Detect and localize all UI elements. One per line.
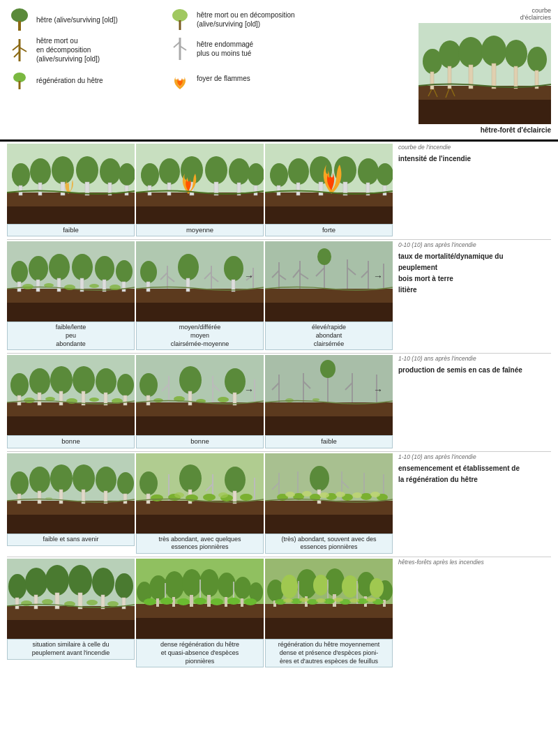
svg-rect-43 (61, 182, 65, 195)
row-post3: situation similaire à celle dupeuplement… (7, 559, 551, 667)
scene-post1-1 (7, 355, 135, 435)
caption-forte: forte (265, 224, 393, 236)
svg-point-151 (89, 398, 99, 402)
legend-item-regen: régénération du hêtre (7, 68, 146, 93)
svg-point-156 (140, 373, 158, 397)
svg-rect-112 (186, 278, 190, 292)
svg-point-140 (96, 368, 116, 395)
svg-point-254 (45, 565, 69, 596)
svg-point-222 (174, 492, 184, 498)
svg-rect-286 (207, 595, 211, 607)
legend-endommage-label: hêtre endommagéplus ou moins tué (197, 40, 253, 58)
time-label-post0: 0-10 (10) ans après l'incendie (398, 241, 543, 249)
svg-point-17 (439, 40, 461, 68)
svg-point-208 (225, 467, 246, 493)
svg-point-255 (68, 565, 92, 596)
scene-post1-3: → (265, 355, 393, 435)
legend-section: hêtre (alive/surviving [old]) hêtre mort… (0, 0, 558, 137)
svg-point-328 (366, 598, 376, 602)
svg-rect-259 (34, 595, 38, 609)
scene-post3-1 (7, 559, 135, 639)
svg-point-304 (281, 575, 298, 598)
time-label-post2: 1-10 (10) ans après l'incendie (398, 453, 543, 461)
legend-left: hêtre (alive/surviving [old]) hêtre mort… (7, 7, 146, 93)
svg-point-136 (10, 373, 29, 397)
svg-rect-76 (383, 186, 386, 195)
cell-post0-1: faible/lentepeuabondante (7, 241, 135, 350)
svg-point-246 (335, 492, 345, 497)
svg-point-54 (229, 158, 250, 185)
svg-point-190 (10, 471, 29, 495)
svg-text:→: → (244, 384, 254, 395)
svg-rect-26 (514, 66, 518, 89)
svg-rect-99 (136, 303, 264, 322)
svg-rect-91 (122, 282, 126, 292)
svg-point-40 (119, 163, 135, 186)
svg-point-38 (76, 156, 98, 184)
cell-forte: forte (265, 144, 393, 236)
svg-rect-262 (101, 595, 105, 609)
svg-point-21 (527, 47, 547, 72)
svg-rect-1 (18, 21, 21, 31)
time-label-post3: hêtres-forêts après les incendies (398, 559, 543, 566)
svg-rect-263 (122, 598, 126, 609)
svg-point-8 (172, 9, 188, 22)
caption-post1-3: faible (265, 435, 393, 448)
svg-rect-22 (430, 72, 434, 89)
svg-rect-49 (136, 206, 264, 224)
regen-icon (7, 68, 32, 93)
row-post0: faible/lentepeuabondante (7, 241, 551, 350)
svg-point-138 (50, 366, 73, 394)
caption-post1-1: bonne (7, 435, 135, 448)
svg-rect-9 (179, 20, 181, 30)
svg-point-299 (267, 580, 284, 602)
svg-point-257 (115, 573, 133, 598)
svg-rect-23 (448, 66, 451, 89)
svg-point-101 (178, 254, 199, 280)
svg-rect-7 (19, 81, 21, 89)
row-intensite: faible moy (7, 144, 551, 236)
scene-post0-3: → (265, 241, 393, 322)
svg-point-36 (30, 158, 51, 185)
cell-post1-1: bonne (7, 355, 135, 448)
time-label-post1: 1-10 (10) ans après l'incendie (398, 355, 543, 363)
svg-point-268 (107, 601, 119, 607)
svg-rect-201 (123, 494, 127, 504)
svg-point-247 (352, 492, 362, 498)
right-post1: 1-10 (10) ans après l'incendie productio… (393, 355, 543, 376)
scene-post3-3 (265, 559, 393, 639)
svg-point-276 (199, 569, 219, 597)
images-col-post0: faible/lentepeuabondante (7, 241, 393, 350)
svg-rect-142 (17, 395, 21, 405)
caption-post0-1: faible/lentepeuabondante (7, 322, 135, 350)
caption-post3-3: régénération du hêtre moyennementdense e… (265, 639, 393, 667)
svg-point-191 (29, 467, 50, 493)
legend-regen-label: régénération du hêtre (36, 76, 103, 85)
svg-point-95 (89, 284, 99, 288)
divider3 (7, 451, 551, 452)
svg-point-70 (377, 163, 393, 186)
svg-point-185 (312, 398, 319, 401)
legend-item-hetre-mort: hêtre mort ouen décomposition(alive/surv… (7, 36, 146, 63)
scene-post1-2: → (136, 355, 264, 435)
caption-post3-1: situation similaire à celle dupeuplement… (7, 639, 135, 659)
row-post2: faible et sans avenir (7, 453, 551, 554)
svg-rect-147 (123, 395, 127, 405)
desc-post2: ensemencement et établissement de la rég… (398, 463, 543, 485)
svg-rect-88 (57, 278, 61, 292)
svg-point-244 (302, 491, 312, 497)
svg-point-227 (310, 466, 329, 491)
svg-point-206 (140, 471, 158, 495)
images-col-post1: bonne (7, 355, 393, 448)
svg-point-278 (234, 577, 251, 599)
caption-post2-2: très abondant, avec quelquesessences pio… (136, 534, 264, 554)
svg-point-137 (29, 368, 50, 395)
svg-point-80 (11, 261, 28, 283)
svg-rect-298 (265, 618, 393, 639)
svg-point-325 (316, 598, 326, 603)
legend-autre-label: hêtre mort ou en décomposition (alive/su… (197, 10, 307, 29)
scene-post0-2: → (136, 241, 264, 322)
svg-point-216 (151, 494, 163, 501)
svg-point-323 (283, 598, 293, 603)
svg-point-194 (96, 467, 116, 493)
